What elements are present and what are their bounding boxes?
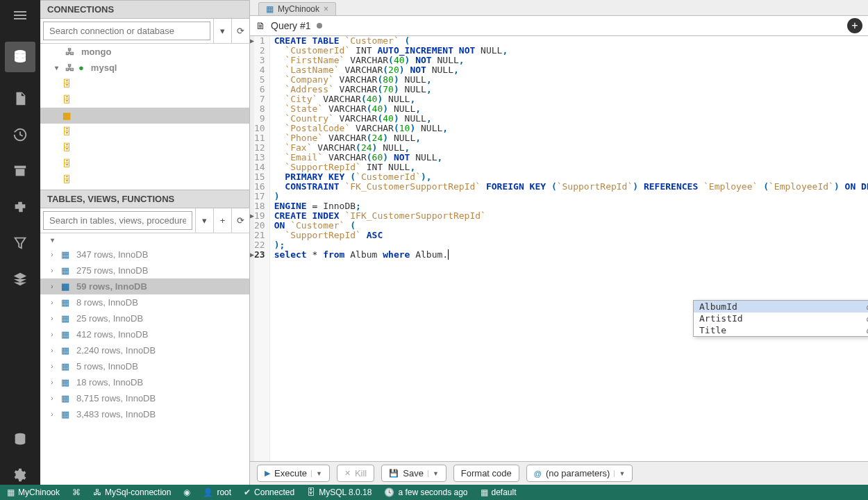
filter-icon[interactable] [10, 233, 30, 253]
archive-icon[interactable] [10, 161, 30, 181]
save-button[interactable]: 💾Save▼ [381, 465, 446, 482]
format-button[interactable]: Format code [453, 465, 519, 482]
layers-icon[interactable] [10, 269, 30, 289]
tables-group[interactable]: ▾Tables (11) [40, 233, 249, 247]
connections-search-input[interactable] [43, 22, 210, 40]
connections-search-row: ▾ ⟳ [40, 19, 249, 44]
tables-header: TABLES, VIEWS, FUNCTIONS [40, 190, 249, 208]
connections-header: CONNECTIONS [40, 0, 249, 19]
unsaved-dot-icon [317, 23, 322, 28]
table-row[interactable]: ›▦MediaType5 rows, InnoDB [40, 358, 249, 374]
database-row[interactable]: ▦MyChinook [40, 108, 249, 124]
kill-button[interactable]: ✕Kill [337, 465, 374, 482]
app-rail [0, 0, 40, 485]
status-connection[interactable]: 🖧MySql-connection [93, 488, 171, 497]
refresh-icon[interactable]: ⟳ [231, 208, 249, 233]
autocomplete-popup[interactable]: AlbumIdcolumnArtistIdcolumnTitlecolumn [693, 300, 868, 337]
connection-row[interactable]: 🖧Mongo-connectionmongo [40, 44, 249, 60]
table-row[interactable]: ›▦Employee8 rows, InnoDB [40, 294, 249, 310]
server-icon[interactable] [10, 429, 30, 449]
table-row[interactable]: ›▦Album347 rows, InnoDB [40, 247, 249, 262]
table-row[interactable]: ›▦PlaylistTrack8,715 rows, InnoDB [40, 390, 249, 406]
connection-row[interactable]: ▾🖧MySql-connection●mysql [40, 60, 249, 76]
tables-search-input[interactable] [43, 211, 192, 230]
file-icon: 🗎 [256, 20, 265, 31]
refresh-icon[interactable]: ⟳ [231, 19, 249, 43]
query-tab[interactable]: 🗎 Query #1 [256, 20, 322, 31]
menu-icon[interactable] [10, 6, 30, 25]
table-row[interactable]: ›▦Customer59 rows, InnoDB [40, 278, 249, 294]
execute-button[interactable]: ▶Execute▼ [257, 465, 330, 482]
table-row[interactable]: ›▦Track3,483 rows, InnoDB [40, 406, 249, 422]
database-row[interactable]: 🗄sys [40, 172, 249, 188]
params-button[interactable]: @(no parameters)▼ [526, 465, 633, 482]
database-row[interactable]: 🗄information_schema [40, 124, 249, 140]
db-tab[interactable]: ▦ MyChinook × [258, 2, 336, 15]
db-tabs: ▦ MyChinook × [250, 0, 868, 15]
database-row[interactable]: 🗄mysql [40, 140, 249, 156]
table-row[interactable]: ›▦Playlist18 rows, InnoDB [40, 374, 249, 390]
status-state: ✔Connected [244, 488, 294, 497]
autocomplete-item[interactable]: AlbumIdcolumn [694, 301, 868, 312]
sql-editor[interactable]: ▶▶▶ 123456789101112131415161718192021222… [250, 36, 868, 461]
status-server: 🗄MySQL 8.0.18 [307, 488, 372, 497]
table-row[interactable]: ›▦Invoice412 rows, InnoDB [40, 326, 249, 342]
tables-tree: ▾Tables (11)›▦Album347 rows, InnoDB›▦Art… [40, 233, 249, 485]
status-schema: ▦default [481, 488, 517, 497]
database-row[interactable]: 🗄performance_schema [40, 156, 249, 172]
table-row[interactable]: ›▦Artist275 rows, InnoDB [40, 262, 249, 278]
status-bar: ▦MyChinook ⌘ 🖧MySql-connection ◉ 👤root ✔… [0, 485, 868, 500]
connections-tree: 🖧Mongo-connectionmongo▾🖧MySql-connection… [40, 44, 249, 190]
svg-point-0 [15, 50, 26, 54]
status-user: 👤root [203, 488, 231, 497]
close-icon[interactable]: × [324, 4, 328, 14]
status-db[interactable]: ▦MyChinook [7, 488, 60, 497]
filter-icon[interactable]: ▾ [213, 19, 231, 43]
autocomplete-item[interactable]: Titlecolumn [694, 324, 868, 336]
table-row[interactable]: ›▦Genre25 rows, InnoDB [40, 310, 249, 326]
plugin-icon[interactable] [10, 197, 30, 217]
settings-icon[interactable] [10, 465, 30, 485]
svg-rect-1 [15, 166, 26, 169]
add-icon[interactable]: + [213, 208, 231, 233]
history-icon[interactable] [10, 125, 30, 144]
filter-icon[interactable]: ▾ [195, 208, 213, 233]
query-tab-label: Query #1 [271, 20, 311, 31]
editor-tabs: 🗎 Query #1 + [250, 15, 868, 36]
table-row[interactable]: ›▦InvoiceLine2,240 rows, InnoDB [40, 342, 249, 358]
database-row[interactable]: 🗄MyChangedChinook [40, 92, 249, 108]
db-tab-label: MyChinook [278, 4, 319, 14]
status-terminal[interactable]: ⌘ [72, 488, 81, 497]
database-icon[interactable] [5, 42, 35, 72]
autocomplete-item[interactable]: ArtistIdcolumn [694, 312, 868, 324]
tables-search-row: ▾ + ⟳ [40, 208, 249, 233]
file-icon[interactable] [10, 89, 30, 108]
status-engine-icon: ◉ [183, 488, 190, 497]
db-icon: ▦ [266, 4, 274, 14]
new-tab-button[interactable]: + [847, 18, 862, 33]
database-row[interactable]: 🗄Chinook [40, 76, 249, 92]
svg-rect-2 [16, 169, 25, 176]
status-time: 🕓a few seconds ago [384, 488, 467, 497]
editor-toolbar: ▶Execute▼ ✕Kill 💾Save▼ Format code @(no … [250, 461, 868, 485]
sidebar: CONNECTIONS ▾ ⟳ 🖧Mongo-connectionmongo▾🖧… [40, 0, 250, 485]
main-area: ▦ MyChinook × 🗎 Query #1 + ▶▶▶ 123456789… [250, 0, 868, 485]
